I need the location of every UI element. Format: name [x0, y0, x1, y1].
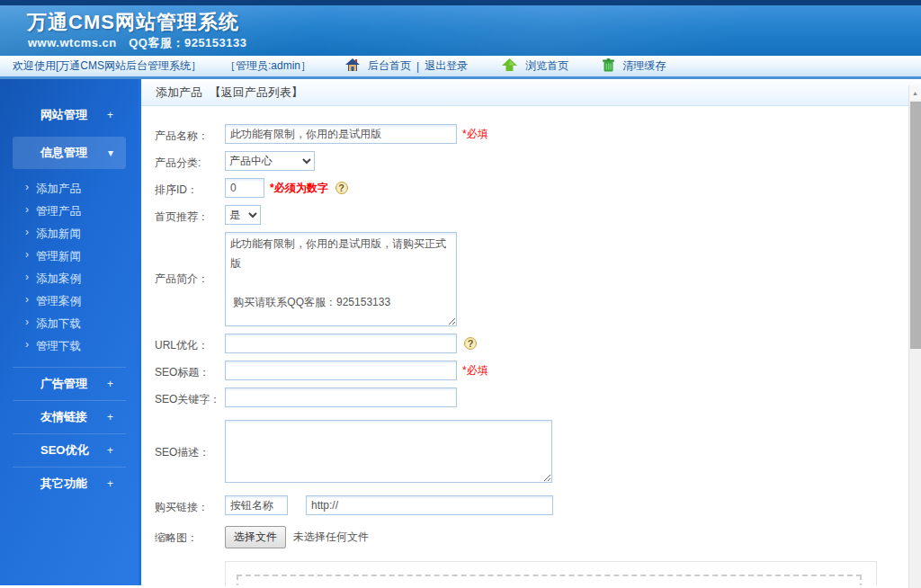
- recommend-select[interactable]: 是: [225, 205, 261, 225]
- editor-upload-dropzone[interactable]: [237, 575, 862, 585]
- backend-home-link[interactable]: 后台首页: [368, 58, 411, 74]
- sidebar-group-info[interactable]: 信息管理 ▾: [13, 137, 126, 169]
- app-banner: 万通CMS网站管理系统 www.wtcms.cn QQ客服：925153133: [0, 0, 921, 56]
- sidebar-group-label: 其它功能: [40, 476, 87, 492]
- category-label: 产品分类:: [155, 151, 225, 171]
- url-opt-row: URL优化： ?: [155, 334, 921, 353]
- recommend-label: 首页推荐：: [155, 205, 225, 225]
- admin-text: ［管理员:admin］: [225, 58, 311, 74]
- chevron-down-icon: ▾: [108, 147, 113, 159]
- sidebar-item-add-case[interactable]: 添加案例: [0, 268, 139, 290]
- sidebar-group-label: 广告管理: [40, 376, 87, 392]
- sidebar-group-links[interactable]: 友情链接 +: [13, 400, 126, 433]
- welcome-text: 欢迎使用[万通CMS网站后台管理系统］: [13, 58, 201, 74]
- product-name-row: 产品名称： *必填: [155, 124, 921, 144]
- help-question-icon[interactable]: ?: [464, 337, 477, 350]
- sidebar-submenu: 添加产品 管理产品 添加新闻 管理新闻 添加案例 管理案例 添加下载 管理下载: [0, 173, 139, 367]
- sidebar-item-manage-case[interactable]: 管理案例: [0, 290, 139, 313]
- clear-cache-link[interactable]: 清理缓存: [622, 58, 666, 74]
- url-opt-label: URL优化：: [155, 334, 225, 353]
- numeric-hint: *必须为数字: [270, 181, 328, 196]
- product-name-input[interactable]: [225, 124, 457, 144]
- sort-id-row: 排序ID： *必须为数字 ?: [155, 178, 921, 198]
- seo-desc-textarea[interactable]: [225, 420, 552, 483]
- sort-id-label: 排序ID：: [155, 178, 225, 198]
- category-row: 产品分类: 产品中心: [155, 151, 921, 171]
- product-name-label: 产品名称：: [155, 124, 225, 144]
- buy-link-row: 购买链接：: [155, 495, 921, 515]
- sidebar-group-label: 信息管理: [40, 145, 87, 161]
- seo-keywords-label: SEO关键字：: [155, 388, 225, 407]
- sidebar-item-add-news[interactable]: 添加新闻: [0, 223, 139, 245]
- seo-desc-label: SEO描述：: [155, 420, 225, 460]
- sidebar-item-add-download[interactable]: 添加下载: [0, 313, 139, 335]
- main-content: 添加产品 【返回产品列表】 产品名称： *必填 产品分类: 产品中心: [141, 79, 921, 585]
- page-title: 添加产品: [156, 85, 202, 99]
- sidebar-item-manage-product[interactable]: 管理产品: [0, 200, 139, 223]
- category-select[interactable]: 产品中心: [225, 151, 315, 171]
- sidebar-item-manage-news[interactable]: 管理新闻: [0, 245, 139, 268]
- recommend-row: 首页推荐： 是: [155, 205, 921, 225]
- toolbar-separator: |: [416, 60, 419, 73]
- seo-keywords-input[interactable]: [225, 388, 457, 407]
- sidebar-group-ads[interactable]: 广告管理 +: [13, 367, 126, 400]
- sidebar-group-label: 网站管理: [40, 107, 87, 123]
- intro-textarea[interactable]: 此功能有限制，你用的是试用版，请购买正式版 购买请联系QQ客服：92515313…: [225, 232, 457, 326]
- seo-title-input[interactable]: [225, 361, 457, 380]
- add-product-form: 产品名称： *必填 产品分类: 产品中心 排序ID： *必须为数字: [141, 106, 921, 585]
- sidebar-group-label: SEO优化: [40, 442, 88, 459]
- seo-desc-row: SEO描述：: [155, 420, 921, 483]
- top-toolbar: 欢迎使用[万通CMS网站后台管理系统］ ［管理员:admin］ 后台首页 | 退…: [0, 56, 921, 79]
- vertical-scrollbar[interactable]: ▲: [908, 85, 921, 588]
- required-badge: *必填: [462, 363, 488, 379]
- plus-icon: +: [107, 411, 113, 423]
- sidebar-item-manage-download[interactable]: 管理下载: [0, 335, 139, 358]
- sidebar-group-label: 友情链接: [40, 409, 87, 425]
- buy-link-label: 购买链接：: [155, 495, 225, 515]
- seo-title-row: SEO标题： *必填: [155, 361, 921, 380]
- scroll-up-arrow-icon[interactable]: ▲: [909, 85, 921, 100]
- plus-icon: +: [107, 378, 113, 390]
- seo-keywords-row: SEO关键字：: [155, 388, 921, 407]
- intro-row: 产品简介： 此功能有限制，你用的是试用版，请购买正式版 购买请联系QQ客服：92…: [155, 232, 921, 326]
- file-status-text: 未选择任何文件: [293, 530, 369, 545]
- page-header-bar: 添加产品 【返回产品列表】: [141, 79, 921, 106]
- app-subtitle: www.wtcms.cn QQ客服：925153133: [28, 35, 247, 51]
- required-badge: *必填: [462, 127, 488, 142]
- preview-site-link[interactable]: 浏览首页: [525, 58, 568, 74]
- choose-file-button[interactable]: 选择文件: [225, 526, 286, 548]
- sidebar-nav: 网站管理 + 信息管理 ▾ 添加产品 管理产品 添加新闻 管理新闻 添加案例 管…: [0, 79, 141, 585]
- detail-editor-box: [225, 561, 877, 585]
- app-title: 万通CMS网站管理系统: [27, 9, 239, 36]
- plus-icon: +: [107, 109, 113, 121]
- sidebar-group-seo[interactable]: SEO优化 +: [13, 433, 126, 467]
- thumbnail-row: 缩略图： 选择文件 未选择任何文件: [155, 526, 921, 548]
- preview-home-icon: [502, 58, 517, 75]
- sort-id-input[interactable]: [225, 178, 264, 198]
- clear-cache-trash-icon: [603, 58, 614, 75]
- return-to-list-link[interactable]: 【返回产品列表】: [210, 85, 303, 99]
- plus-icon: +: [107, 444, 113, 457]
- scrollbar-thumb[interactable]: [910, 102, 921, 349]
- help-question-icon[interactable]: ?: [335, 182, 348, 194]
- logout-link[interactable]: 退出登录: [425, 58, 468, 74]
- sidebar-item-add-product[interactable]: 添加产品: [0, 178, 139, 200]
- seo-title-label: SEO标题：: [155, 361, 225, 380]
- home-house-icon: [345, 58, 360, 75]
- intro-label: 产品简介：: [155, 232, 225, 287]
- buy-button-name-input[interactable]: [225, 495, 288, 515]
- plus-icon: +: [107, 477, 113, 490]
- sidebar-group-site[interactable]: 网站管理 +: [13, 99, 126, 131]
- sidebar-group-other[interactable]: 其它功能 +: [13, 467, 126, 500]
- url-opt-input[interactable]: [225, 334, 457, 353]
- buy-url-input[interactable]: [306, 495, 553, 515]
- thumbnail-label: 缩略图：: [155, 526, 225, 546]
